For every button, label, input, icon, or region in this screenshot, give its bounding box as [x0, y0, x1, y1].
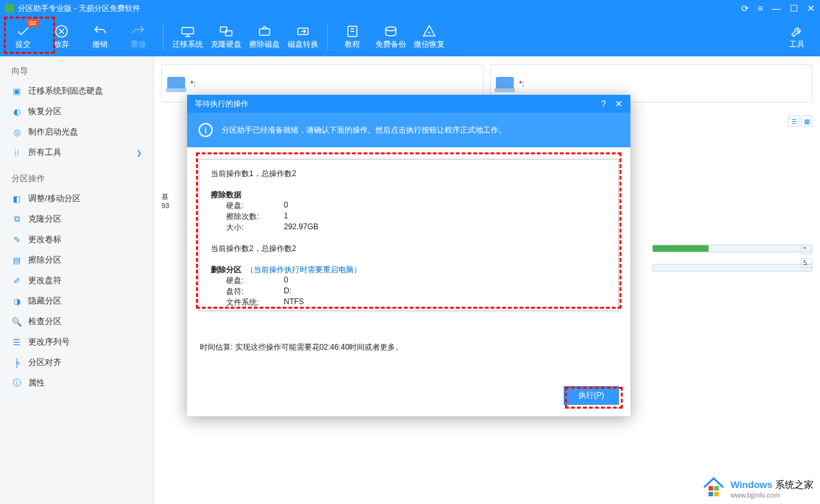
- operations-list: 当前操作数1，总操作数2 擦除数据 硬盘:0 擦除次数:1 大小:292.97G…: [199, 159, 619, 311]
- sidebar-item-clone-part[interactable]: ⧉克隆分区: [0, 209, 153, 229]
- sidebar-item-wipe-part[interactable]: ▤擦除分区: [0, 250, 153, 270]
- disk-label: *:: [519, 79, 525, 88]
- disk-label: *:: [190, 79, 196, 88]
- sidebar-item-alltools[interactable]: ⁝⁝所有工具❯: [0, 142, 153, 163]
- book-icon: [345, 24, 360, 39]
- sidebar-section-wizard: 向导: [0, 61, 153, 81]
- sidebar-item-bootdisc[interactable]: ◎制作启动光盘: [0, 122, 153, 142]
- app-icon: [5, 4, 14, 13]
- svg-point-7: [386, 27, 396, 31]
- wipe-button[interactable]: 擦除磁盘: [245, 18, 284, 55]
- tutorial-button[interactable]: 教程: [333, 18, 372, 55]
- app-title: 分区助手专业版 - 无损分区免费软件: [18, 3, 140, 14]
- disc-icon: ◎: [12, 127, 22, 137]
- pending-operations-dialog: 等待执行的操作 ? ✕ i 分区助手已经准备就绪，请确认下面的操作。然后点击执行…: [187, 95, 630, 416]
- wipe-part-icon: ▤: [12, 255, 22, 265]
- clone-button[interactable]: 克隆硬盘: [207, 18, 245, 55]
- wipe-icon: [257, 24, 272, 39]
- execute-button[interactable]: 执行(P): [564, 386, 619, 405]
- watermark-brand: Windows 系统之家: [730, 479, 814, 491]
- list-view-icon[interactable]: ☰: [788, 115, 800, 127]
- toolbar-separator: [327, 22, 328, 51]
- discard-button[interactable]: 放弃: [42, 18, 81, 55]
- redo-button[interactable]: 重做: [119, 18, 158, 55]
- dialog-info-bar: i 分区助手已经准备就绪，请确认下面的操作。然后点击执行按钮让程序正式地工作。: [187, 113, 630, 147]
- disk-icon: [167, 77, 185, 90]
- wechat-button[interactable]: 微信恢复: [410, 18, 448, 55]
- label-icon: ✎: [12, 234, 22, 245]
- clone-part-icon: ⧉: [12, 214, 22, 224]
- clone-icon: [218, 24, 234, 39]
- info-icon: ⓘ: [12, 378, 22, 388]
- op1-header: 当前操作数1，总操作数2: [211, 168, 607, 179]
- progress-bar: [652, 245, 812, 252]
- submit-button[interactable]: 02 提交: [4, 18, 42, 55]
- svg-rect-11: [709, 492, 713, 496]
- toolbar: 02 提交 放弃 撤销 重做 迁移系统 克隆硬盘 擦除磁盘 磁盘转换 教程 免费…: [0, 17, 820, 56]
- svg-rect-12: [714, 492, 719, 496]
- grid-view-icon[interactable]: ▦: [801, 115, 812, 127]
- view-toggle: ☰ ▦: [788, 115, 812, 127]
- cancel-icon: [54, 24, 69, 39]
- sidebar-item-align[interactable]: ╞分区对齐: [0, 352, 153, 373]
- toolbar-separator: [163, 22, 163, 51]
- sidebar-section-partition: 分区操作: [0, 169, 153, 188]
- dialog-titlebar: 等待执行的操作 ? ✕: [187, 95, 630, 113]
- refresh-icon[interactable]: ⟳: [741, 3, 749, 13]
- cloud-icon: [383, 24, 398, 39]
- sidebar-item-check[interactable]: 🔍检查分区: [0, 311, 153, 332]
- sidebar-item-serial[interactable]: ☰更改序列号: [0, 332, 153, 352]
- titlebar: 分区助手专业版 - 无损分区免费软件 ⟳ ≡ — ☐ ✕: [0, 0, 820, 17]
- convert-icon: [295, 24, 311, 39]
- sidebar-item-resize[interactable]: ◧调整/移动分区: [0, 188, 153, 209]
- letter-icon: ✐: [12, 275, 22, 286]
- sidebar-item-hide[interactable]: ◑隐藏分区: [0, 291, 153, 311]
- help-icon[interactable]: ?: [601, 99, 606, 109]
- close-icon[interactable]: ✕: [807, 3, 815, 13]
- undo-button[interactable]: 撤销: [81, 18, 119, 55]
- op2-header: 当前操作数2，总操作数2: [211, 243, 607, 254]
- ssd-icon: ▣: [12, 86, 22, 96]
- watermark: Windows 系统之家 www.bjjmlv.com: [702, 477, 814, 500]
- windows-logo-icon: [702, 477, 725, 500]
- progress-labels: * 5.: [801, 245, 812, 268]
- sidebar-item-recover[interactable]: ◐恢复分区: [0, 101, 153, 122]
- sidebar-item-migrate-ssd[interactable]: ▣迁移系统到固态硬盘: [0, 81, 153, 101]
- title-controls: ⟳ ≡ — ☐ ✕: [741, 3, 815, 13]
- dialog-close-icon[interactable]: ✕: [615, 99, 623, 109]
- op2-note: （当前操作执行时需要重启电脑）: [246, 265, 361, 274]
- sidebar-item-props[interactable]: ⓘ属性: [0, 373, 153, 393]
- sidebar-item-label[interactable]: ✎更改卷标: [0, 229, 153, 250]
- tools-button[interactable]: 工具: [778, 18, 816, 55]
- menu-icon[interactable]: ≡: [758, 3, 763, 13]
- progress-area: * 5.: [652, 245, 812, 274]
- wechat-icon: [422, 24, 437, 39]
- convert-button[interactable]: 磁盘转换: [284, 18, 322, 55]
- resize-icon: ◧: [12, 193, 22, 204]
- disk-icon: [496, 77, 514, 90]
- sidebar: 向导 ▣迁移系统到固态硬盘 ◐恢复分区 ◎制作启动光盘 ⁝⁝所有工具❯ 分区操作…: [0, 56, 154, 504]
- chevron-right-icon: ❯: [136, 149, 142, 156]
- hide-icon: ◑: [12, 296, 22, 306]
- align-icon: ╞: [12, 357, 22, 368]
- minimize-icon[interactable]: —: [772, 3, 781, 13]
- svg-rect-1: [182, 28, 193, 34]
- search-icon: 🔍: [12, 316, 22, 327]
- undo-icon: [92, 24, 108, 39]
- watermark-url: www.bjjmlv.com: [730, 491, 814, 499]
- recover-icon: ◐: [12, 106, 22, 117]
- sidebar-item-drive-letter[interactable]: ✐更改盘符: [0, 270, 153, 291]
- maximize-icon[interactable]: ☐: [790, 3, 798, 13]
- info-circle-icon: i: [199, 123, 213, 137]
- serial-icon: ☰: [12, 337, 22, 347]
- submit-badge: 02: [27, 19, 38, 27]
- svg-rect-10: [714, 486, 719, 491]
- redo-icon: [131, 24, 146, 39]
- backup-button[interactable]: 免费备份: [372, 18, 410, 55]
- migrate-button[interactable]: 迁移系统: [168, 18, 207, 55]
- migrate-icon: [180, 24, 195, 39]
- op2-title: 删除分区: [211, 265, 242, 274]
- svg-point-8: [429, 31, 430, 33]
- wrench-icon: [789, 24, 805, 39]
- svg-rect-4: [259, 29, 270, 35]
